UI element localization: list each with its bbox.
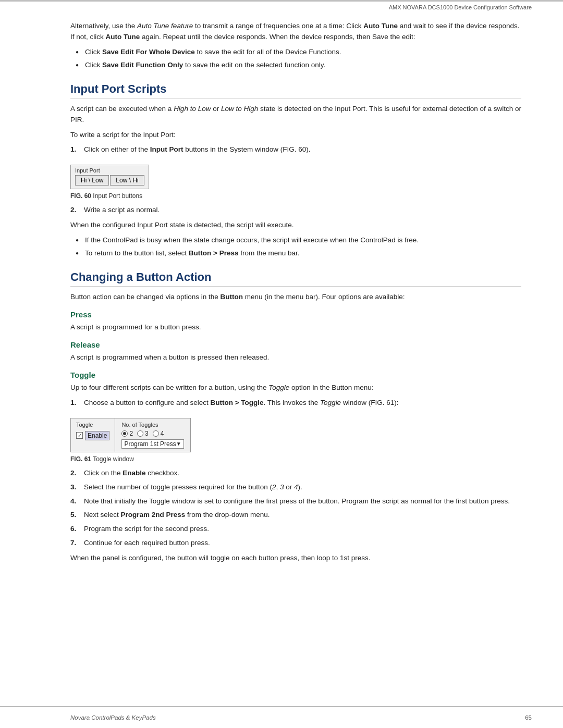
toggle-step-6: 6. Program the script for the second pre… [70,524,521,535]
header-title: AMX NOVARA DCS1000 Device Configuration … [389,4,532,10]
release-description: A script is programmed when a button is … [70,352,521,363]
toggle-description: Up to four different scripts can be writ… [70,382,521,393]
enable-checkbox[interactable] [76,432,83,439]
toggle-step-1: 1. Choose a button to configure and sele… [70,398,521,409]
input-port-to-write: To write a script for the Input Port: [70,130,521,141]
intro-paragraph: Alternatively, use the Auto Tune feature… [70,21,521,43]
main-content: Alternatively, use the Auto Tune feature… [70,21,521,702]
page-header: AMX NOVARA DCS1000 Device Configuration … [0,4,563,10]
toggle-step-2: 2. Click on the Enable checkbox. [70,468,521,479]
input-port-steps: 1. Click on either of the Input Port but… [70,144,521,155]
intro-bullet-2: Click Save Edit Function Only to save th… [85,60,521,71]
toggle-outro: When the panel is configured, the button… [70,553,521,564]
toggle-right-panel: No. of Toggles 2 3 4 Program 1st Press [115,418,190,452]
input-port-widget: Input Port Hi \ Low Low \ Hi [70,165,149,189]
intro-section: Alternatively, use the Auto Tune feature… [70,21,521,71]
toggle-left-panel: Toggle Enable [71,418,115,452]
toggle-step-7: 7. Continue for each required button pre… [70,538,521,549]
toggle-widget: Toggle Enable No. of Toggles 2 3 4 [70,418,191,452]
input-port-intro: A script can be executed when a High to … [70,104,521,126]
no-of-toggles-label: No. of Toggles [121,422,183,428]
enable-label: Enable [85,431,109,440]
toggle-steps-2-7: 2. Click on the Enable checkbox. 3. Sele… [70,468,521,549]
input-port-bullets: If the ControlPad is busy when the state… [85,235,521,259]
radio-circle-4 [153,430,159,437]
footer-right: 65 [525,714,532,721]
intro-bullets: Click Save Edit For Whole Device to save… [85,47,521,71]
press-description: A script is programmed for a button pres… [70,322,521,333]
button-action-intro: Button action can be changed via options… [70,292,521,303]
input-port-step2-list: 2. Write a script as normal. [70,205,521,216]
fig60-caption: FIG. 60 Input Port buttons [70,192,521,200]
changing-button-action-title: Changing a Button Action [70,270,521,287]
press-title: Press [70,310,521,319]
input-port-bullet-2: To return to the button list, select But… [85,248,521,259]
widget-buttons: Hi \ Low Low \ Hi [75,175,144,186]
top-rule [0,0,563,2]
toggle-step-3: 3. Select the number of toggle presses r… [70,482,521,493]
intro-bullet-1: Click Save Edit For Whole Device to save… [85,47,521,58]
radio-circle-3 [137,430,143,437]
low-hi-button[interactable]: Low \ Hi [110,175,144,186]
input-port-scripts-title: Input Port Scripts [70,82,521,98]
dropdown-arrow-icon: ▼ [176,441,181,447]
toggle-group-label: Toggle [76,422,109,428]
toggle-title: Toggle [70,371,521,379]
radio-2[interactable]: 2 [121,430,133,437]
program-press-dropdown[interactable]: Program 1st Press ▼ [121,439,183,449]
toggle-steps: 1. Choose a button to configure and sele… [70,398,521,409]
footer-left: Novara ControlPads & KeyPads [70,714,156,721]
page-footer: Novara ControlPads & KeyPads 65 [0,706,563,728]
input-port-bullet-1: If the ControlPad is busy when the state… [85,235,521,246]
toggle-step-4: 4. Note that initially the Toggle window… [70,496,521,507]
toggle-enable-row: Enable [76,431,109,440]
toggle-step-5: 5. Next select Program 2nd Press from th… [70,510,521,521]
hi-low-button[interactable]: Hi \ Low [75,175,109,186]
widget-label: Input Port [75,167,144,174]
dropdown-row: Program 1st Press ▼ [121,439,183,449]
state-detected-text: When the configured Input Port state is … [70,220,521,231]
release-title: Release [70,340,521,349]
input-port-step-2: 2. Write a script as normal. [70,205,521,216]
radio-circle-2 [121,430,128,437]
radio-3[interactable]: 3 [137,430,149,437]
fig61-caption: FIG. 61 Toggle window [70,455,521,463]
input-port-step-1: 1. Click on either of the Input Port but… [70,144,521,155]
radio-4[interactable]: 4 [153,430,164,437]
radio-row: 2 3 4 [121,430,183,437]
